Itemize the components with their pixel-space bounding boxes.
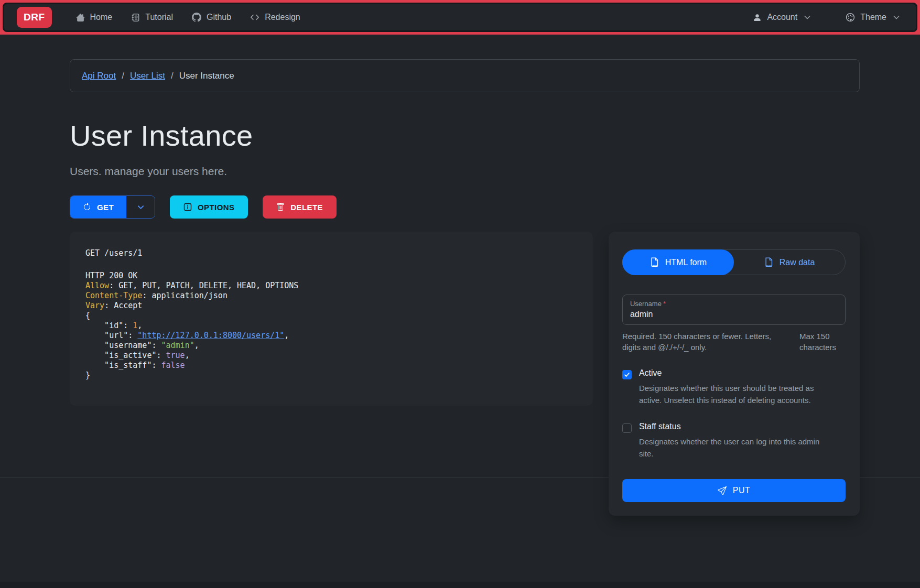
get-dropdown-toggle[interactable]	[126, 196, 155, 218]
staff-checkbox-row: Staff status Designates whether the user…	[622, 422, 846, 460]
nav-item-home[interactable]: Home	[76, 13, 113, 22]
get-button[interactable]: GET	[70, 196, 126, 218]
username-field-box: Username*	[622, 295, 846, 325]
home-icon	[76, 13, 85, 22]
nav-item-label: Home	[90, 13, 113, 22]
file-json-icon: JSON	[764, 257, 774, 267]
theme-dropdown[interactable]: Theme	[846, 13, 900, 22]
options-button-label: OPTIONS	[198, 203, 234, 212]
footer-strip	[0, 582, 920, 588]
header-line-vary: Vary: Accept	[85, 301, 593, 311]
json-open-brace: {	[85, 311, 593, 321]
breadcrumb-current: User Instance	[179, 71, 234, 81]
send-icon	[718, 486, 727, 495]
account-label: Account	[767, 13, 797, 22]
nav-item-label: Github	[207, 13, 231, 22]
github-icon	[192, 13, 201, 22]
page-subtitle: Users. manage your users here.	[70, 165, 860, 178]
svg-text:JSON: JSON	[766, 265, 772, 267]
staff-checkbox-label[interactable]: Staff status	[639, 422, 846, 433]
tab-raw-data[interactable]: JSON Raw data	[733, 250, 845, 275]
tab-label: HTML form	[665, 258, 707, 267]
breadcrumb-link-user-list[interactable]: User List	[130, 71, 165, 81]
person-icon	[753, 13, 762, 22]
put-button[interactable]: PUT	[622, 479, 846, 502]
breadcrumb: Api Root / User List / User Instance	[70, 59, 860, 92]
delete-button[interactable]: DELETE	[263, 195, 337, 219]
header-line-content-type: Content-Type: application/json	[85, 291, 593, 301]
staff-status-checkbox[interactable]	[622, 423, 632, 433]
request-line: GET /users/1	[85, 248, 593, 258]
header-line-allow: Allow: GET, PUT, PATCH, DELETE, HEAD, OP…	[85, 281, 593, 291]
form-tabs: HTML HTML form JSON Raw data	[622, 249, 846, 275]
json-line-url: "url": "http://127.0.0.1:8000/users/1",	[85, 331, 593, 341]
nav-item-redesign[interactable]: Redesign	[250, 13, 300, 22]
page-title: User Instance	[70, 118, 860, 153]
username-help-text: Required. 150 characters or fewer. Lette…	[622, 331, 782, 353]
content-row: GET /users/1 HTTP 200 OK Allow: GET, PUT…	[70, 232, 860, 516]
account-dropdown[interactable]: Account	[753, 13, 811, 22]
json-line-username: "username": "admin",	[85, 341, 593, 351]
navbar: DRF Home Tutorial Github	[3, 3, 917, 32]
json-line-id: "id": 1,	[85, 321, 593, 331]
active-checkbox[interactable]	[622, 370, 632, 379]
delete-button-label: DELETE	[290, 203, 323, 212]
username-max-note: Max 150 characters	[799, 331, 846, 353]
json-line-is-staff: "is_staff": false	[85, 361, 593, 371]
action-buttons: GET OPTIONS DELETE	[70, 195, 860, 219]
username-input[interactable]	[630, 310, 838, 319]
nav-right: Account Theme	[753, 13, 903, 22]
info-square-icon	[183, 203, 192, 211]
response-url-link[interactable]: "http://127.0.0.1:8000/users/1"	[137, 331, 284, 340]
main-content: Api Root / User List / User Instance Use…	[70, 59, 860, 516]
palette-icon	[846, 13, 855, 22]
active-checkbox-label[interactable]: Active	[639, 368, 846, 379]
json-line-is-active: "is_active": true,	[85, 351, 593, 361]
options-button[interactable]: OPTIONS	[170, 195, 248, 219]
chevron-down-icon	[804, 14, 811, 21]
active-checkbox-row: Active Designates whether this user shou…	[622, 368, 846, 406]
theme-label: Theme	[860, 13, 886, 22]
trash-icon	[276, 203, 285, 211]
breadcrumb-separator: /	[171, 71, 174, 81]
refresh-icon	[83, 203, 91, 211]
nav-item-label: Tutorial	[145, 13, 173, 22]
journal-icon	[131, 13, 140, 22]
blank-line	[85, 258, 593, 271]
active-checkbox-description: Designates whether this user should be t…	[639, 382, 833, 406]
required-asterisk: *	[663, 300, 666, 308]
form-card: HTML HTML form JSON Raw data Username* R…	[609, 232, 860, 516]
staff-checkbox-description: Designates whether the user can log into…	[639, 435, 833, 460]
nav-item-tutorial[interactable]: Tutorial	[131, 13, 173, 22]
tab-html-form[interactable]: HTML HTML form	[622, 249, 734, 275]
code-icon	[250, 13, 259, 22]
response-panel: GET /users/1 HTTP 200 OK Allow: GET, PUT…	[70, 232, 593, 406]
chevron-down-icon	[893, 14, 900, 21]
navbar-frame: DRF Home Tutorial Github	[0, 0, 920, 35]
nav-item-label: Redesign	[265, 13, 300, 22]
get-button-label: GET	[97, 203, 114, 212]
check-icon	[624, 372, 630, 378]
username-help-row: Required. 150 characters or fewer. Lette…	[622, 331, 846, 353]
svg-text:HTML: HTML	[651, 265, 657, 267]
breadcrumb-separator: /	[122, 71, 124, 81]
username-label: Username*	[630, 300, 838, 308]
breadcrumb-link-api-root[interactable]: Api Root	[82, 71, 116, 81]
put-button-label: PUT	[733, 486, 750, 495]
nav-item-github[interactable]: Github	[192, 13, 231, 22]
chevron-down-icon	[137, 203, 145, 211]
status-line: HTTP 200 OK	[85, 271, 593, 281]
get-button-group: GET	[70, 195, 155, 219]
tab-label: Raw data	[780, 258, 815, 267]
nav-links: Home Tutorial Github Redesign	[76, 13, 300, 22]
brand-logo[interactable]: DRF	[17, 7, 52, 28]
json-close-brace: }	[85, 371, 593, 380]
file-html-icon: HTML	[650, 257, 659, 267]
